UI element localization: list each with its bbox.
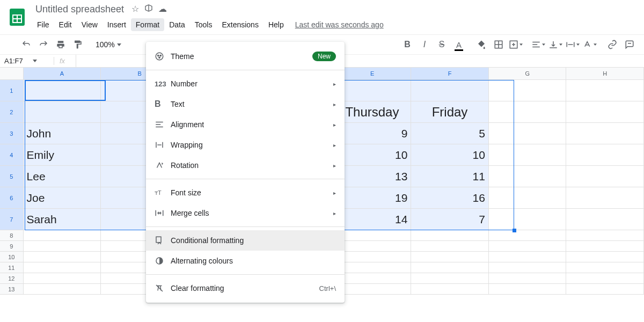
cell[interactable] [334, 80, 412, 101]
cell[interactable] [566, 241, 644, 252]
cell[interactable]: 19 [334, 187, 412, 209]
paint-format-icon[interactable] [70, 36, 86, 53]
cell[interactable] [566, 187, 644, 209]
cell[interactable] [489, 144, 567, 166]
menu-help[interactable]: Help [264, 18, 289, 31]
move-icon[interactable] [144, 4, 153, 14]
undo-icon[interactable] [18, 36, 34, 53]
cell[interactable] [566, 166, 644, 187]
fill-color-icon[interactable] [473, 36, 489, 53]
cell[interactable] [566, 80, 644, 101]
redo-icon[interactable] [35, 36, 52, 53]
cell[interactable] [566, 230, 644, 241]
cloud-status-icon[interactable]: ☁ [158, 4, 167, 14]
zoom-select[interactable]: 100% [92, 40, 125, 49]
menu-data[interactable]: Data [164, 18, 190, 31]
borders-icon[interactable] [491, 36, 507, 53]
cell[interactable]: 7 [411, 209, 489, 230]
cell[interactable]: Thursday [334, 101, 412, 123]
cell[interactable] [489, 187, 567, 209]
row-head-5[interactable]: 5 [0, 166, 24, 187]
cell[interactable] [24, 241, 101, 252]
row-head-13[interactable]: 13 [0, 284, 24, 295]
cell[interactable] [566, 123, 644, 144]
cell[interactable]: 10 [411, 144, 489, 166]
menu-font-size[interactable]: ᴛT Font size ▸ [146, 182, 345, 203]
cell[interactable] [566, 262, 644, 273]
row-head-6[interactable]: 6 [0, 187, 24, 209]
menu-text[interactable]: B Text ▸ [146, 94, 345, 114]
h-align-icon[interactable] [530, 36, 546, 53]
cell[interactable]: John [24, 123, 101, 144]
wrap-icon[interactable] [565, 36, 581, 53]
cell[interactable]: Sarah [24, 209, 101, 230]
cell[interactable]: 5 [411, 123, 489, 144]
cell[interactable] [489, 101, 567, 123]
last-edit-link[interactable]: Last edit was seconds ago [295, 20, 384, 29]
cell[interactable] [411, 262, 489, 273]
cell[interactable] [411, 241, 489, 252]
rotate-text-icon[interactable] [582, 36, 598, 53]
col-head-a[interactable]: A [24, 68, 101, 80]
menu-extensions[interactable]: Extensions [217, 18, 263, 31]
menu-view[interactable]: View [77, 18, 103, 31]
menu-format[interactable]: Format [131, 18, 164, 31]
cell[interactable]: Lee [24, 166, 101, 187]
menu-rotation[interactable]: Rotation ▸ [146, 155, 345, 175]
row-head-2[interactable]: 2 [0, 101, 24, 123]
row-head-8[interactable]: 8 [0, 230, 24, 241]
row-head-10[interactable]: 10 [0, 252, 24, 262]
cell[interactable] [489, 80, 567, 101]
menu-merge-cells[interactable]: Merge cells ▸ [146, 203, 345, 223]
cell[interactable] [489, 241, 567, 252]
menu-alignment[interactable]: Alignment ▸ [146, 114, 345, 135]
cell[interactable] [489, 123, 567, 144]
merge-cells-icon[interactable] [508, 36, 524, 53]
link-icon[interactable] [604, 36, 620, 53]
row-head-1[interactable]: 1 [0, 80, 24, 101]
italic-icon[interactable]: I [416, 36, 433, 53]
cell[interactable] [566, 284, 644, 295]
cell[interactable] [566, 144, 644, 166]
menu-tools[interactable]: Tools [190, 18, 217, 31]
row-head-4[interactable]: 4 [0, 144, 24, 166]
col-head-f[interactable]: F [411, 68, 489, 80]
cell[interactable]: 16 [411, 187, 489, 209]
document-title[interactable]: Untitled spreadsheet [32, 3, 127, 16]
cell[interactable] [334, 230, 412, 241]
col-head-g[interactable]: G [489, 68, 567, 80]
cell[interactable] [411, 252, 489, 262]
cell[interactable] [489, 252, 567, 262]
text-color-icon[interactable]: A [451, 36, 467, 53]
star-icon[interactable]: ☆ [131, 4, 139, 14]
col-head-h[interactable]: H [566, 68, 644, 80]
cell[interactable]: 10 [334, 144, 412, 166]
menu-file[interactable]: File [32, 18, 54, 31]
cell[interactable] [334, 241, 412, 252]
cell[interactable] [24, 273, 101, 284]
cell[interactable] [566, 101, 644, 123]
cell[interactable] [24, 284, 101, 295]
menu-alternating-colours[interactable]: Alternating colours [146, 251, 345, 271]
cell[interactable]: Joe [24, 187, 101, 209]
v-align-icon[interactable] [547, 36, 564, 53]
row-head-7[interactable]: 7 [0, 209, 24, 230]
cell[interactable]: 13 [334, 166, 412, 187]
cell[interactable] [489, 262, 567, 273]
cell[interactable] [489, 209, 567, 230]
name-box[interactable]: A1:F7 [0, 57, 54, 65]
cell[interactable]: Emily [24, 144, 101, 166]
cell[interactable] [334, 262, 412, 273]
bold-icon[interactable]: B [399, 36, 415, 53]
cell[interactable] [24, 252, 101, 262]
cell[interactable]: 9 [334, 123, 412, 144]
cell[interactable] [489, 273, 567, 284]
cell[interactable] [489, 284, 567, 295]
cell[interactable] [411, 273, 489, 284]
menu-conditional-formatting[interactable]: Conditional formatting [146, 230, 345, 251]
cell[interactable] [566, 252, 644, 262]
cell[interactable] [566, 209, 644, 230]
cell[interactable]: 14 [334, 209, 412, 230]
cell[interactable]: Friday [411, 101, 489, 123]
menu-number[interactable]: 123 Number ▸ [146, 74, 345, 94]
